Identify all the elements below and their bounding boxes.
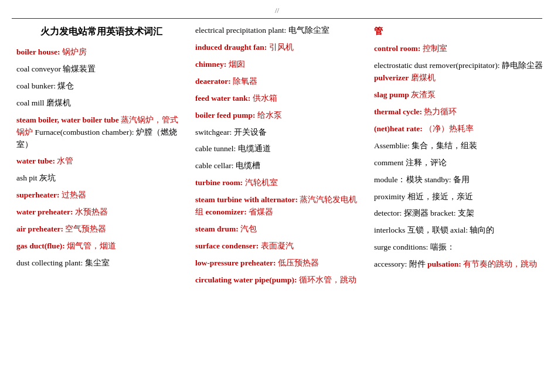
entry-interlocks: interlocks 互锁，联锁 axial: 轴向的 xyxy=(374,224,543,237)
en-term: interlocks xyxy=(374,226,407,234)
entry-air-preheater: air preheater: 空气预热器 xyxy=(16,223,186,236)
zh-term: 附件 xyxy=(409,260,427,268)
en-term: switchgear: xyxy=(195,128,234,137)
en-term: surge conditions: xyxy=(374,243,430,251)
en-term: low-pressure preheater: xyxy=(195,258,278,267)
page-title: 火力发电站常用英语技术词汇 xyxy=(16,25,186,38)
en-term: water preheater: xyxy=(16,207,75,216)
en-term2: bracket: xyxy=(429,209,456,217)
entry-dust-collecting: dust collecting plant: 集尘室 xyxy=(16,257,186,270)
en-term: chimney: xyxy=(195,60,229,69)
en-term: coal bunker: xyxy=(16,81,57,90)
entry-boiler-feed-pump: boiler feed pump: 给水泵 xyxy=(195,110,365,122)
zh-term: 磨煤机 xyxy=(46,98,71,107)
entry-electrostatic: electrostatic dust remover(precipitator)… xyxy=(374,60,543,84)
en-term: cable tunnel: xyxy=(195,144,238,153)
entry-deaerator: deaerator: 除氧器 xyxy=(195,76,365,88)
zh-term: 相近，接近，亲近 xyxy=(407,192,473,201)
zh-term: 汽包 xyxy=(240,224,257,233)
column-1: 火力发电站常用英语技术词汇 boiler house: 锅炉房 coal con… xyxy=(12,25,191,291)
entry-control-room: control room: 控制室 xyxy=(374,43,543,55)
en-term: water tube: xyxy=(16,156,57,165)
page-wrapper: // 火力发电站常用英语技术词汇 boiler house: 锅炉房 coal … xyxy=(12,6,542,291)
entry-slag-pump: slag pump 灰渣泵 xyxy=(374,89,543,101)
en-term: dust collecting plant: xyxy=(16,258,85,267)
entry-cable-cellar: cable cellar: 电缆槽 xyxy=(195,160,365,172)
en-term: cable cellar: xyxy=(195,161,236,170)
entry-superheater: superheater: 过热器 xyxy=(16,189,186,202)
zh-term2: 备用 xyxy=(451,175,470,184)
entry-accessory: accessory: 附件 pulsation: 有节奏的跳动，跳动 xyxy=(374,258,543,271)
en-term: detector: xyxy=(374,209,404,217)
content-grid: 火力发电站常用英语技术词汇 boiler house: 锅炉房 coal con… xyxy=(12,25,542,291)
zh-term: 循环水管，跳动 xyxy=(299,275,356,284)
en-term: electrical precipitation plant: xyxy=(195,26,288,35)
entry-steam-boiler: steam boiler, water boiler tube 蒸汽锅炉，管式锅… xyxy=(16,114,186,151)
entry-induced-draught: induced draught fan: 引风机 xyxy=(195,42,365,54)
en-term: turbine room: xyxy=(195,178,245,187)
column-2: electrical precipitation plant: 电气除尘室 in… xyxy=(191,25,369,291)
en-term2: pulsation: xyxy=(427,260,463,268)
zh-term: 烟气管，烟道 xyxy=(67,241,116,250)
zh-term: 开关设备 xyxy=(234,128,267,137)
en-term: proximity xyxy=(374,192,407,201)
zh-term: 模块 xyxy=(406,175,423,184)
en-term: feed water tank: xyxy=(195,94,253,103)
entry-coal-mill: coal mill 磨煤机 xyxy=(16,97,186,110)
entry-assemblie: Assemblie: 集合，集结，组装 xyxy=(374,140,543,152)
zh-term: 灰坑 xyxy=(39,173,56,182)
en-term: module： xyxy=(374,175,406,184)
entry-module: module：模块 standby: 备用 xyxy=(374,174,543,186)
zh-term: （净）热耗率 xyxy=(424,124,474,133)
entry-steam-drum: steam drum: 汽包 xyxy=(195,223,365,236)
entry-feed-water-tank: feed water tank: 供水箱 xyxy=(195,93,365,105)
en-term2: economizer: xyxy=(205,207,249,216)
en-term: induced draught fan: xyxy=(195,43,269,52)
zh-term: 锅炉房 xyxy=(62,47,87,56)
zh-term2: 支架 xyxy=(456,209,474,217)
en-term2: pulverizer xyxy=(374,73,409,82)
zh-term2: 省煤器 xyxy=(249,207,273,216)
en-term: boiler feed pump: xyxy=(195,111,257,120)
zh-term: 烟囱 xyxy=(229,60,245,69)
entry-water-preheater: water preheater: 水预热器 xyxy=(16,206,186,219)
en-term: control room: xyxy=(374,44,423,53)
zh-term: 表面凝汽 xyxy=(261,241,294,250)
en-term: gas duct(flue): xyxy=(16,241,67,250)
zh-term: 水预热器 xyxy=(75,207,108,216)
zh-term: 集合，集结，组装 xyxy=(412,141,477,150)
zh-term: 给水泵 xyxy=(257,111,282,120)
zh-term: 供水箱 xyxy=(253,94,277,103)
en-term: accessory: xyxy=(374,260,409,268)
zh-term: 汽轮机室 xyxy=(245,178,278,187)
zh-term: 电缆槽 xyxy=(236,161,260,170)
zh-term: 电缆通道 xyxy=(238,144,271,153)
en-term2: standby: xyxy=(423,175,451,184)
zh-term: 过热器 xyxy=(62,190,86,199)
entry-low-pressure-preheater: low-pressure preheater: 低压预热器 xyxy=(195,257,365,270)
en-term: electrostatic dust remover(precipitator)… xyxy=(374,61,502,70)
en-term: deaerator: xyxy=(195,77,233,86)
en-term2: axial: xyxy=(448,226,468,234)
zh-term: 探测器 xyxy=(404,209,429,217)
en-term: comment xyxy=(374,158,406,167)
en-term: circulating water pipe(pump): xyxy=(195,275,299,284)
page-number: // xyxy=(12,6,542,15)
zh-term: 集尘室 xyxy=(85,258,110,267)
entry-surge: surge conditions: 喘振： xyxy=(374,241,543,254)
top-divider xyxy=(12,18,542,19)
entry-steam-turbine: steam turbine with alternator: 蒸汽汽轮发电机组 … xyxy=(195,194,365,219)
zh-term: 低压预热器 xyxy=(278,258,319,267)
entry-detector: detector: 探测器 bracket: 支架 xyxy=(374,207,543,220)
en-term: steam boiler, water boiler tube xyxy=(16,115,121,124)
entry-turbine-room: turbine room: 汽轮机室 xyxy=(195,177,365,189)
column-3: 管 control room: 控制室 electrostatic dust r… xyxy=(369,25,548,291)
entry-comment: comment 注释，评论 xyxy=(374,157,543,169)
zh-term: 除氧器 xyxy=(233,77,257,86)
zh-term: 电气除尘室 xyxy=(288,26,329,35)
zh-term: 煤仓 xyxy=(57,81,74,90)
zh-term: 引风机 xyxy=(269,43,294,52)
entry-water-tube: water tube: 水管 xyxy=(16,155,186,168)
entry-switchgear: switchgear: 开关设备 xyxy=(195,127,365,139)
en-term: (net)heat rate: xyxy=(374,124,424,133)
